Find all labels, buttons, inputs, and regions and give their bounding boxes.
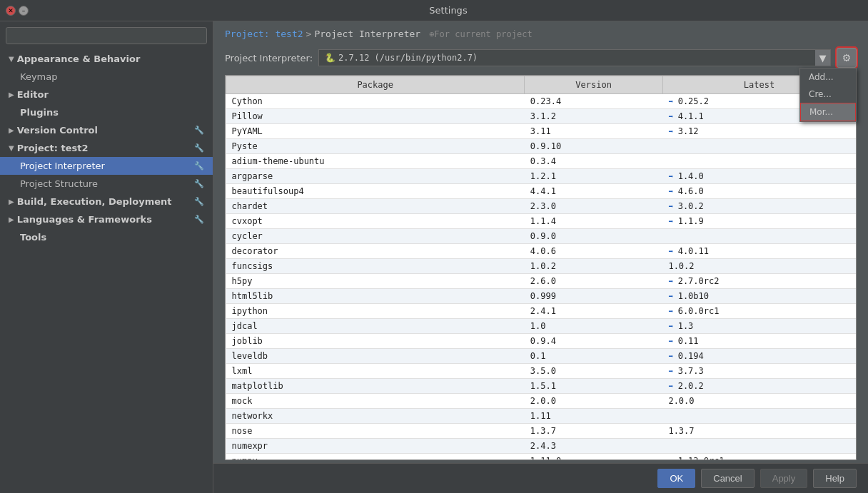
project-icon: 🔧 bbox=[194, 143, 204, 153]
package-version: 1.11 bbox=[525, 409, 663, 424]
package-name: numpy bbox=[226, 454, 525, 461]
package-version: 0.9.0 bbox=[525, 229, 663, 244]
package-name: decorator bbox=[226, 244, 525, 259]
sidebar-item-editor[interactable]: ▶ Editor bbox=[0, 86, 213, 103]
package-latest: ➡ 6.0.0rc1 bbox=[662, 304, 855, 319]
vcs-icon: 🔧 bbox=[194, 126, 204, 135]
sidebar-item-label: Plugins bbox=[20, 107, 59, 118]
table-row[interactable]: numpy1.11.0➡ 1.13.0rc1 bbox=[226, 454, 856, 461]
package-name: cvxopt bbox=[226, 214, 525, 229]
package-name: beautifulsoup4 bbox=[226, 184, 525, 199]
col-version[interactable]: Version bbox=[525, 76, 663, 94]
table-row[interactable]: PyYAML3.11➡ 3.12 bbox=[226, 124, 856, 139]
gear-dropdown-create[interactable]: Cre... bbox=[800, 86, 856, 103]
package-name: PyYAML bbox=[226, 124, 525, 139]
package-version: 3.11 bbox=[525, 124, 663, 139]
sidebar-item-keymap[interactable]: Keymap bbox=[0, 68, 213, 86]
search-input[interactable] bbox=[6, 27, 207, 44]
table-row[interactable]: Cython0.23.4➡ 0.25.2 bbox=[226, 94, 856, 109]
table-row[interactable]: nose1.3.71.3.7 bbox=[226, 424, 856, 439]
package-latest: ➡ 1.3 bbox=[662, 319, 855, 334]
apply-button[interactable]: Apply bbox=[760, 469, 808, 488]
col-package[interactable]: Package bbox=[226, 76, 525, 94]
chevron-right-icon: ▶ bbox=[9, 198, 14, 205]
package-version: 1.3.7 bbox=[525, 424, 663, 439]
table-row[interactable]: jdcal1.0➡ 1.3 bbox=[226, 319, 856, 334]
breadcrumb: Project: test2 > Project Interpreter ⊕Fo… bbox=[213, 21, 868, 44]
chevron-right-icon: ▶ bbox=[9, 126, 14, 134]
sidebar-item-appearance[interactable]: ▼ Appearance & Behavior bbox=[0, 50, 213, 68]
interpreter-value[interactable]: 🐍 2.7.12 (/usr/bin/python2.7) bbox=[318, 49, 831, 66]
package-name: ipython bbox=[226, 304, 525, 319]
table-row[interactable]: networkx1.11 bbox=[226, 409, 856, 424]
package-latest: ➡ 2.7.0rc2 bbox=[662, 274, 855, 289]
sidebar-item-plugins[interactable]: Plugins bbox=[0, 103, 213, 121]
update-arrow-icon: ➡ bbox=[668, 217, 677, 226]
interpreter-select-wrapper: 🐍 2.7.12 (/usr/bin/python2.7) ▼ bbox=[318, 49, 831, 66]
table-row[interactable]: chardet2.3.0➡ 3.0.2 bbox=[226, 199, 856, 214]
table-row[interactable]: mock2.0.02.0.0 bbox=[226, 394, 856, 409]
package-name: html5lib bbox=[226, 289, 525, 304]
gear-dropdown-add[interactable]: Add... bbox=[800, 68, 856, 86]
table-row[interactable]: h5py2.6.0➡ 2.7.0rc2 bbox=[226, 274, 856, 289]
sidebar: ▼ Appearance & Behavior Keymap ▶ Editor … bbox=[0, 21, 213, 493]
sidebar-item-languages[interactable]: ▶ Languages & Frameworks 🔧 bbox=[0, 210, 213, 228]
packages-table-wrapper[interactable]: Package Version Latest Cython0.23.4➡ 0.2… bbox=[225, 75, 857, 460]
window-controls: ✕ – bbox=[6, 6, 29, 16]
interpreter-dropdown-button[interactable]: ▼ bbox=[815, 49, 831, 66]
table-row[interactable]: adium-theme-ubuntu0.3.4 bbox=[226, 154, 856, 169]
gear-button[interactable]: ⚙ bbox=[837, 48, 857, 68]
table-row[interactable]: argparse1.2.1➡ 1.4.0 bbox=[226, 169, 856, 184]
package-name: chardet bbox=[226, 199, 525, 214]
table-row[interactable]: beautifulsoup44.4.1➡ 4.6.0 bbox=[226, 184, 856, 199]
help-button[interactable]: Help bbox=[813, 469, 857, 488]
ok-button[interactable]: OK bbox=[657, 469, 695, 488]
sidebar-item-label: Tools bbox=[20, 232, 46, 243]
content-area: ▼ Appearance & Behavior Keymap ▶ Editor … bbox=[0, 21, 868, 493]
table-row[interactable]: matplotlib1.5.1➡ 2.0.2 bbox=[226, 379, 856, 394]
sidebar-item-project-test2[interactable]: ▼ Project: test2 🔧 bbox=[0, 139, 213, 157]
sidebar-item-project-interpreter[interactable]: Project Interpreter 🔧 bbox=[0, 157, 213, 175]
table-row[interactable]: cvxopt1.1.4➡ 1.1.9 bbox=[226, 214, 856, 229]
table-row[interactable]: cycler0.9.0 bbox=[226, 229, 856, 244]
package-latest: ➡ 1.0b10 bbox=[662, 289, 855, 304]
package-name: networkx bbox=[226, 409, 525, 424]
package-version: 2.0.0 bbox=[525, 394, 663, 409]
package-version: 3.5.0 bbox=[525, 364, 663, 379]
package-version: 0.9.4 bbox=[525, 334, 663, 349]
table-row[interactable]: decorator4.0.6➡ 4.0.11 bbox=[226, 244, 856, 259]
minimize-button[interactable]: – bbox=[19, 6, 29, 16]
package-name: numexpr bbox=[226, 439, 525, 454]
package-version: 2.4.3 bbox=[525, 439, 663, 454]
package-version: 1.5.1 bbox=[525, 379, 663, 394]
package-name: mock bbox=[226, 394, 525, 409]
package-version: 3.1.2 bbox=[525, 109, 663, 124]
sidebar-item-project-structure[interactable]: Project Structure 🔧 bbox=[0, 175, 213, 193]
table-row[interactable]: Pyste0.9.10 bbox=[226, 139, 856, 154]
update-arrow-icon: ➡ bbox=[668, 367, 677, 376]
table-row[interactable]: numexpr2.4.3 bbox=[226, 439, 856, 454]
package-latest: ➡ 3.7.3 bbox=[662, 364, 855, 379]
table-row[interactable]: ipython2.4.1➡ 6.0.0rc1 bbox=[226, 304, 856, 319]
table-row[interactable]: funcsigs1.0.21.0.2 bbox=[226, 259, 856, 274]
languages-icon: 🔧 bbox=[194, 215, 204, 224]
sidebar-item-tools[interactable]: Tools bbox=[0, 228, 213, 246]
close-button[interactable]: ✕ bbox=[6, 6, 16, 16]
sidebar-item-build[interactable]: ▶ Build, Execution, Deployment 🔧 bbox=[0, 193, 213, 210]
table-row[interactable]: leveldb0.1➡ 0.194 bbox=[226, 349, 856, 364]
sidebar-item-label: Languages & Frameworks bbox=[17, 214, 152, 225]
table-row[interactable]: Pillow3.1.2➡ 4.1.1 bbox=[226, 109, 856, 124]
table-row[interactable]: joblib0.9.4➡ 0.11 bbox=[226, 334, 856, 349]
sidebar-item-label: Version Control bbox=[17, 125, 98, 136]
main-panel: Project: test2 > Project Interpreter ⊕Fo… bbox=[213, 21, 868, 493]
cancel-button[interactable]: Cancel bbox=[701, 469, 754, 488]
update-arrow-icon: ➡ bbox=[668, 322, 677, 331]
package-name: nose bbox=[226, 424, 525, 439]
update-arrow-icon: ➡ bbox=[668, 457, 677, 460]
table-row[interactable]: html5lib0.999➡ 1.0b10 bbox=[226, 289, 856, 304]
sidebar-item-version-control[interactable]: ▶ Version Control 🔧 bbox=[0, 121, 213, 139]
table-row[interactable]: lxml3.5.0➡ 3.7.3 bbox=[226, 364, 856, 379]
gear-dropdown-more[interactable]: Mor... bbox=[800, 103, 856, 121]
package-version: 0.3.4 bbox=[525, 154, 663, 169]
update-arrow-icon: ➡ bbox=[668, 352, 677, 361]
